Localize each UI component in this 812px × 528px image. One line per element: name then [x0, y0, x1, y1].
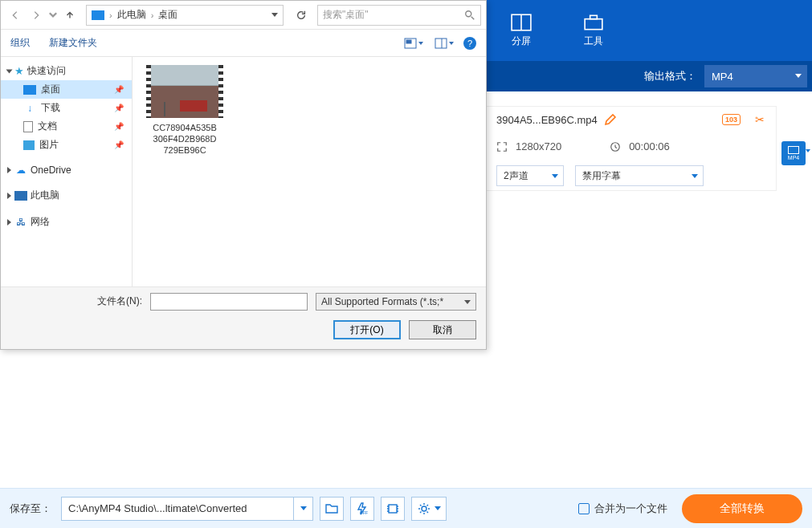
filename-input[interactable] [150, 293, 308, 311]
download-icon: ↓ [23, 103, 36, 114]
chevron-down-icon [552, 174, 558, 178]
chevron-right-icon [7, 193, 11, 199]
edit-icon[interactable] [604, 113, 617, 126]
breadcrumb-desktop[interactable]: 桌面 [158, 8, 177, 22]
clock-icon [610, 141, 621, 152]
refresh-button[interactable] [290, 5, 312, 26]
nav-desktop[interactable]: 桌面📌 [1, 80, 132, 99]
svg-rect-6 [389, 505, 397, 513]
chevron-right-icon [7, 219, 11, 225]
cut-icon[interactable]: ✂ [755, 113, 765, 126]
svg-point-14 [466, 10, 471, 16]
nav-pictures[interactable]: 图片📌 [1, 136, 132, 154]
output-format-label: 输出格式： [644, 69, 696, 83]
recent-dropdown[interactable] [47, 6, 59, 25]
network-icon: 🖧 [14, 217, 27, 228]
up-button[interactable] [60, 6, 80, 25]
svg-line-15 [471, 16, 475, 19]
open-folder-button[interactable] [320, 497, 344, 521]
chevron-right-icon: › [109, 10, 112, 20]
merge-checkbox[interactable]: 合并为一个文件 [578, 502, 667, 516]
chevron-down-icon [806, 149, 810, 152]
save-path-dropdown[interactable] [294, 497, 313, 521]
chevron-down-icon [6, 69, 13, 73]
file-open-dialog: › 此电脑 › 桌面 搜索"桌面" 组织 新建文件夹 ? ★快速访问 桌面📌 ↓… [0, 0, 487, 350]
desktop-icon [23, 85, 36, 95]
forward-button [27, 6, 46, 25]
checkbox-icon [578, 503, 590, 514]
chevron-down-icon [692, 174, 698, 178]
back-button[interactable] [6, 6, 25, 25]
svg-rect-18 [435, 39, 447, 48]
output-format-select[interactable]: MP4 [704, 65, 807, 87]
file-tile[interactable]: CC78904A535B 306F4D2B968D 729EB96C [141, 65, 229, 156]
split-screen-button[interactable]: 分屏 [485, 0, 557, 61]
search-icon [464, 10, 475, 21]
cancel-button[interactable]: 取消 [409, 320, 476, 339]
save-path-input[interactable]: C:\AnyMP4 Studio\...ltimate\Converted [61, 497, 294, 521]
star-icon: ★ [14, 65, 24, 77]
output-format-value: MP4 [712, 71, 733, 83]
preview-pane-button[interactable] [433, 35, 455, 51]
chevron-down-icon [464, 300, 471, 304]
nav-thispc[interactable]: 此电脑 [1, 186, 132, 205]
tools-label: 工具 [584, 35, 603, 48]
audio-select[interactable]: 2声道 [496, 165, 564, 186]
pin-icon: 📌 [114, 140, 124, 149]
file-resolution: 1280x720 [516, 140, 561, 152]
expand-icon [496, 141, 508, 152]
cloud-icon: ☁ [14, 164, 27, 176]
merge-label: 合并为一个文件 [594, 502, 667, 516]
help-button[interactable]: ? [463, 37, 476, 50]
gpu-button[interactable] [381, 497, 405, 521]
svg-point-13 [422, 506, 426, 511]
filetype-select[interactable]: All Supported Formats (*.ts;* [316, 293, 476, 311]
settings-button[interactable] [411, 497, 447, 521]
chevron-down-icon [418, 42, 423, 45]
pc-icon [14, 191, 27, 201]
view-mode-button[interactable] [402, 35, 425, 51]
subtitle-select[interactable]: 禁用字幕 [575, 165, 704, 186]
chevron-right-icon: › [151, 10, 154, 20]
nav-network[interactable]: 🖧网络 [1, 213, 132, 231]
file-item: 3904A5...EB96C.mp4 103 ✂ 1280x720 00:00:… [485, 106, 777, 191]
quick-access-group[interactable]: ★快速访问 [1, 62, 132, 80]
navigation-pane: ★快速访问 桌面📌 ↓下载📌 文档📌 图片📌 ☁OneDrive 此电脑 🖧网络 [1, 57, 133, 286]
nav-downloads[interactable]: ↓下载📌 [1, 99, 132, 117]
address-bar[interactable]: › 此电脑 › 桌面 [86, 5, 284, 26]
pin-icon: 📌 [114, 85, 124, 94]
file-list[interactable]: CC78904A535B 306F4D2B968D 729EB96C [133, 57, 486, 286]
organize-menu[interactable]: 组织 [10, 36, 30, 50]
chevron-down-icon [300, 506, 307, 510]
monitor-icon [92, 10, 104, 20]
hwaccel-button[interactable]: OFF [350, 497, 374, 521]
chevron-down-icon [449, 42, 454, 45]
file-name: 3904A5...EB96C.mp4 [496, 114, 598, 126]
video-badge[interactable]: 103 [722, 114, 741, 125]
svg-rect-17 [406, 40, 411, 43]
pin-icon: 📌 [114, 104, 124, 112]
document-icon [23, 121, 33, 132]
new-folder-button[interactable]: 新建文件夹 [49, 36, 97, 50]
breadcrumb-thispc[interactable]: 此电脑 [117, 8, 146, 22]
save-to-label: 保存至： [10, 502, 51, 516]
filename-label: 文件名(N): [1, 294, 142, 308]
nav-onedrive[interactable]: ☁OneDrive [1, 162, 132, 178]
chevron-down-icon [795, 74, 802, 78]
chevron-down-icon [271, 13, 278, 17]
nav-documents[interactable]: 文档📌 [1, 117, 132, 136]
file-duration: 00:00:06 [629, 140, 670, 152]
open-button[interactable]: 打开(O) [333, 320, 401, 339]
item-format-button[interactable]: MP4 [781, 141, 806, 165]
search-input[interactable]: 搜索"桌面" [317, 5, 481, 26]
svg-rect-3 [590, 15, 598, 18]
svg-rect-2 [585, 18, 602, 29]
split-label: 分屏 [512, 35, 531, 48]
chevron-down-icon [435, 506, 441, 510]
pin-icon: 📌 [114, 122, 124, 131]
chevron-right-icon [7, 167, 11, 173]
convert-all-button[interactable]: 全部转换 [682, 494, 802, 523]
toolbox-icon [583, 14, 604, 31]
svg-text:OFF: OFF [360, 510, 368, 515]
tools-button[interactable]: 工具 [557, 0, 630, 61]
